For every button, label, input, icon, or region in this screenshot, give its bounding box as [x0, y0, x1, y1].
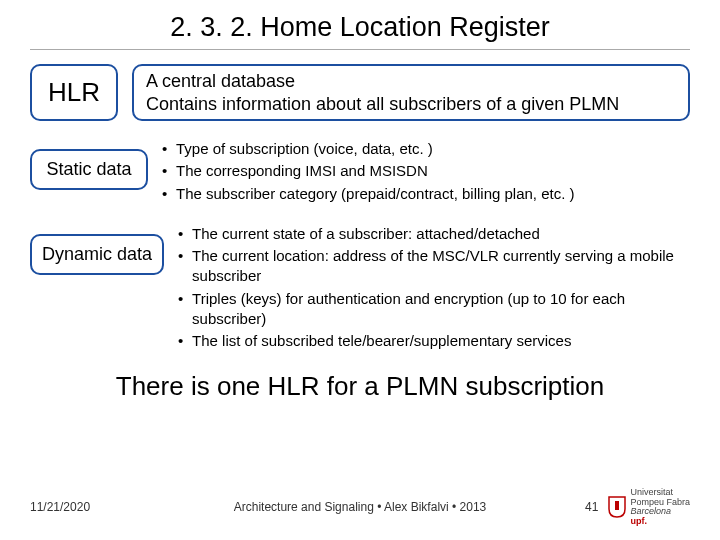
list-item: The current state of a subscriber: attac… — [178, 224, 690, 244]
page-number: 41 — [585, 500, 598, 514]
list-item: The current location: address of the MSC… — [178, 246, 690, 287]
static-bullets: Type of subscription (voice, data, etc. … — [162, 139, 690, 206]
intro-line-1: A central database — [146, 70, 676, 93]
logo-line: Barcelona — [630, 506, 671, 516]
list-item: Triples (keys) for authentication and en… — [178, 289, 690, 330]
slide-title: 2. 3. 2. Home Location Register — [0, 0, 720, 49]
hlr-box: HLR — [30, 64, 118, 121]
intro-line-2: Contains information about all subscribe… — [146, 93, 676, 116]
footer-date: 11/21/2020 — [30, 500, 90, 514]
svg-rect-0 — [615, 501, 619, 510]
footer-center: Architecture and Signaling • Alex Bikfal… — [234, 500, 487, 514]
list-item: Type of subscription (voice, data, etc. … — [162, 139, 690, 159]
shield-icon — [608, 496, 626, 518]
list-item: The list of subscribed tele/bearer/suppl… — [178, 331, 690, 351]
title-divider — [30, 49, 690, 50]
logo-short: upf. — [630, 517, 690, 526]
footer-right: 41 Universitat Pompeu Fabra Barcelona up… — [585, 488, 690, 526]
static-label-box: Static data — [30, 149, 148, 190]
dynamic-bullets: The current state of a subscriber: attac… — [178, 224, 690, 354]
summary-text: There is one HLR for a PLMN subscription — [30, 371, 690, 402]
footer: 11/21/2020 Architecture and Signaling • … — [0, 488, 720, 526]
list-item: The subscriber category (prepaid/contrac… — [162, 184, 690, 204]
dynamic-section: Dynamic data The current state of a subs… — [30, 224, 690, 354]
intro-row: HLR A central database Contains informat… — [30, 64, 690, 121]
logo-text: Universitat Pompeu Fabra Barcelona upf. — [630, 488, 690, 526]
upf-logo: Universitat Pompeu Fabra Barcelona upf. — [608, 488, 690, 526]
list-item: The corresponding IMSI and MSISDN — [162, 161, 690, 181]
static-section: Static data Type of subscription (voice,… — [30, 139, 690, 206]
intro-text-box: A central database Contains information … — [132, 64, 690, 121]
dynamic-label-box: Dynamic data — [30, 234, 164, 275]
